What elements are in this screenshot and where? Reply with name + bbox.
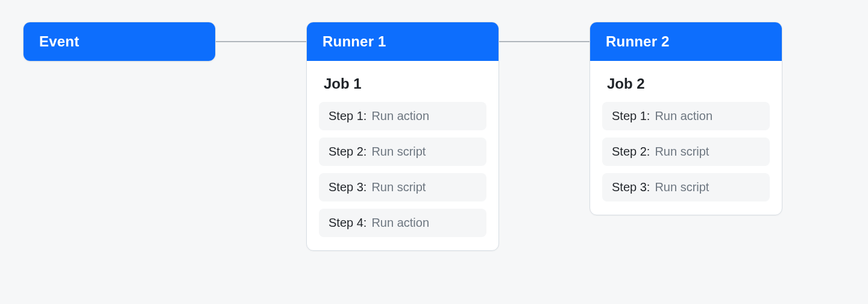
step-label: Step 1:	[612, 109, 650, 123]
step-desc: Run action	[371, 216, 429, 230]
runner-1-node: Runner 1 Job 1 Step 1: Run action Step 2…	[306, 22, 499, 251]
job-1-step: Step 1: Run action	[319, 102, 486, 130]
job-1-step: Step 3: Run script	[319, 173, 486, 201]
workflow-diagram: Event Runner 1 Job 1 Step 1: Run action …	[0, 0, 868, 304]
job-2-step: Step 3: Run script	[602, 173, 770, 201]
step-desc: Run script	[655, 180, 709, 194]
job-1-steps: Step 1: Run action Step 2: Run script St…	[307, 102, 498, 250]
step-desc: Run script	[371, 180, 426, 194]
step-label: Step 3:	[612, 180, 650, 194]
runner-1-title: Runner 1	[307, 22, 498, 61]
step-label: Step 2:	[329, 145, 366, 159]
event-title: Event	[24, 22, 215, 61]
runner-2-title: Runner 2	[590, 22, 782, 61]
job-1-step: Step 2: Run script	[319, 138, 486, 166]
step-desc: Run action	[371, 109, 429, 123]
step-label: Step 1:	[329, 109, 366, 123]
job-2-step: Step 2: Run script	[602, 138, 770, 166]
job-1-step: Step 4: Run action	[319, 209, 486, 237]
job-1-title: Job 1	[307, 61, 498, 102]
job-2-step: Step 1: Run action	[602, 102, 770, 130]
job-2-steps: Step 1: Run action Step 2: Run script St…	[590, 102, 782, 215]
event-node: Event	[23, 22, 216, 62]
step-label: Step 4:	[329, 216, 366, 230]
connector-event-to-runner1	[211, 41, 311, 42]
step-label: Step 2:	[612, 145, 650, 159]
step-label: Step 3:	[329, 180, 366, 194]
step-desc: Run script	[371, 145, 426, 159]
step-desc: Run script	[655, 145, 709, 159]
runner-2-node: Runner 2 Job 2 Step 1: Run action Step 2…	[590, 22, 782, 215]
connector-runner1-to-runner2	[494, 41, 594, 42]
step-desc: Run action	[655, 109, 712, 123]
job-2-title: Job 2	[590, 61, 782, 102]
